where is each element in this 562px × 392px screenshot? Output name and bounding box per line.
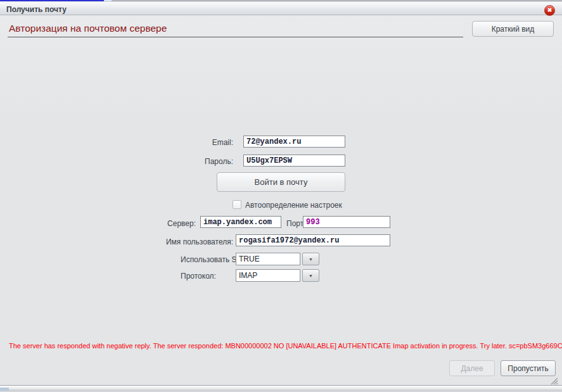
window-bottom-edge (0, 386, 562, 392)
password-input[interactable] (243, 155, 345, 167)
dialog-title: Получить почту (6, 5, 67, 14)
ssl-select[interactable]: TRUE (236, 253, 300, 265)
skip-button[interactable]: Пропустить (501, 360, 556, 376)
resize-grip-icon[interactable] (549, 376, 558, 385)
port-input[interactable] (303, 216, 390, 228)
chevron-down-icon: ▼ (309, 274, 313, 278)
protocol-select[interactable]: IMAP (236, 269, 300, 282)
email-input[interactable] (243, 136, 345, 148)
ssl-select-arrow[interactable]: ▼ (302, 253, 319, 265)
email-label: Email: (170, 138, 233, 147)
password-label: Пароль: (170, 157, 233, 166)
dialog-titlebar: Получить почту ✖ (0, 1, 562, 15)
page-title: Авторизация на почтовом сервере (9, 23, 167, 34)
close-icon[interactable]: ✖ (544, 5, 555, 16)
background-window-sliver (0, 388, 9, 391)
chevron-down-icon: ▼ (309, 257, 313, 262)
autodetect-label: Автоопределение настроек (245, 201, 342, 210)
dialog-body: Авторизация на почтовом сервере Краткий … (0, 16, 562, 386)
login-mail-button[interactable]: Войти в почту (217, 172, 345, 192)
next-button: Далее (449, 360, 495, 376)
server-input[interactable] (200, 216, 281, 228)
username-label: Имя пользователя: (151, 237, 233, 246)
header-divider (8, 37, 463, 37)
brief-view-button[interactable]: Краткий вид (472, 21, 554, 37)
protocol-select-arrow[interactable]: ▼ (302, 269, 319, 282)
server-label: Сервер: (151, 219, 196, 228)
username-input[interactable] (236, 234, 390, 246)
autodetect-checkbox[interactable] (233, 200, 241, 209)
protocol-label: Протокол: (181, 272, 216, 281)
server-error-message: The server has responded with negative r… (9, 342, 559, 350)
